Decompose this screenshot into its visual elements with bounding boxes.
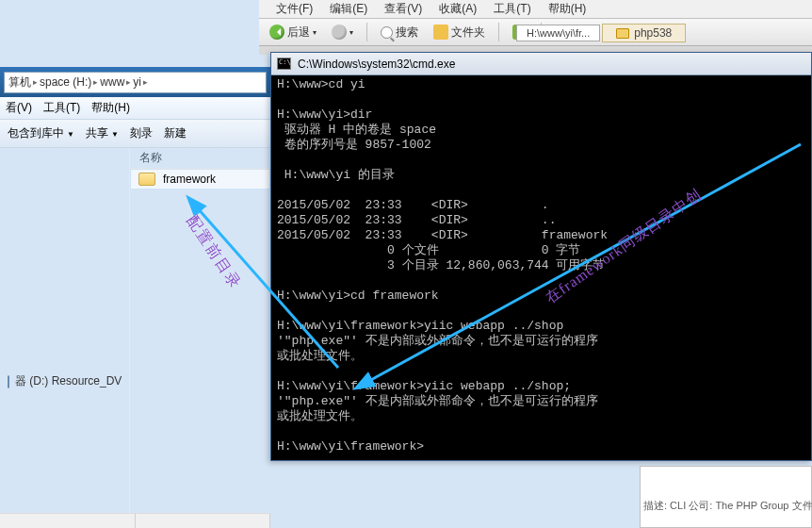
menu-edit[interactable]: 编辑(E) [330,1,367,17]
explorer-menu-help[interactable]: 帮助(H) [91,100,130,116]
explorer-address-bar: 算机▸ space (H:)▸ www▸ yi▸ [0,67,270,97]
explorer-statusbar [0,513,270,528]
folder-icon [138,173,155,186]
menu-view[interactable]: 查看(V) [384,1,422,17]
tab-path[interactable]: H:\www\yi\fr... [516,25,600,41]
search-icon [381,26,393,39]
background-window-menubar: 文件(F) 编辑(E) 查看(V) 收藏(A) 工具(T) 帮助(H) [259,0,812,19]
explorer-menu-tools[interactable]: 工具(T) [43,100,80,116]
include-in-library-button[interactable]: 包含到库中▼ [8,125,74,141]
nav-item-drive-d[interactable]: 器 (D:) Resource_DV [0,370,129,393]
back-button[interactable]: 后退▾ [265,23,321,42]
menu-file[interactable]: 文件(F) [276,1,313,17]
details-pane: 描述: CLI 公司: The PHP Group 文件版 [640,466,812,528]
back-icon [269,25,284,40]
cmd-titlebar[interactable]: C:\Windows\system32\cmd.exe [271,53,811,75]
explorer-menu-view[interactable]: 看(V) [6,100,32,116]
share-button[interactable]: 共享▼ [86,125,119,141]
cmd-icon [277,58,291,70]
menu-help[interactable]: 帮助(H) [548,1,587,17]
burn-button[interactable]: 刻录 [130,125,153,141]
folders-button[interactable]: 文件夹 [429,23,490,42]
forward-icon [332,25,347,40]
explorer-nav-pane[interactable]: 器 (D:) Resource_DV [0,148,130,513]
list-item-framework[interactable]: framework [130,169,270,190]
search-button[interactable]: 搜索 [376,23,423,42]
folders-icon [433,25,448,40]
breadcrumb[interactable]: 算机▸ space (H:)▸ www▸ yi▸ [4,72,267,93]
folder-icon [616,28,629,39]
annotation-arrow-1 [192,203,345,374]
list-item-label: framework [163,173,216,186]
nav-item-label: 器 (D:) Resource_DV [15,373,122,389]
menu-favorites[interactable]: 收藏(A) [439,1,477,17]
tab-row: H:\www\yi\fr... php538 [516,23,686,43]
cmd-title-text: C:\Windows\system32\cmd.exe [298,58,455,71]
new-folder-button[interactable]: 新建 [164,125,187,141]
drive-icon [8,375,9,388]
menu-tools[interactable]: 工具(T) [494,1,530,17]
tab-php538[interactable]: php538 [602,24,686,42]
explorer-toolbar: 包含到库中▼ 共享▼ 刻录 新建 [0,120,270,148]
forward-button[interactable]: ▾ [327,23,358,41]
details-description: 描述: CLI 公司: The PHP Group 文件版 [643,499,812,513]
svg-line-0 [197,207,338,368]
column-header-name[interactable]: 名称 [130,148,270,169]
explorer-menubar: 看(V) 工具(T) 帮助(H) [0,97,270,120]
